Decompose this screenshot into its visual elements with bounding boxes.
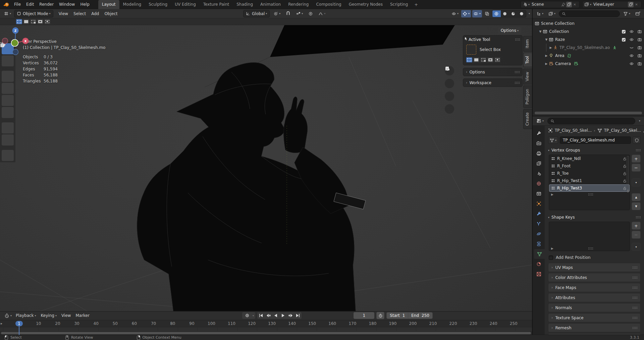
new-scene-button[interactable] bbox=[566, 2, 572, 7]
move-group-down-button[interactable]: ▼ bbox=[632, 202, 641, 210]
collapsed-panel[interactable]: › Texture Space bbox=[548, 313, 641, 322]
vertex-group-row[interactable]: R_Knee_Ndl bbox=[549, 155, 630, 162]
workspace-tab[interactable]: Layout bbox=[98, 0, 119, 9]
play-reverse-button[interactable] bbox=[272, 312, 279, 319]
tool-scale[interactable] bbox=[2, 95, 14, 106]
mesh-browse-dropdown[interactable]: ▾ bbox=[548, 136, 558, 144]
active-tool-icon[interactable] bbox=[466, 45, 476, 55]
list-expand-arrow[interactable]: ▶ bbox=[551, 247, 553, 250]
tool-measure[interactable] bbox=[2, 134, 14, 146]
outliner-row-collection[interactable]: ▼ Collection bbox=[533, 27, 644, 36]
menu-item[interactable]: Help bbox=[77, 1, 92, 8]
play-button[interactable] bbox=[279, 312, 287, 319]
auto-key-dropdown[interactable]: ▾ bbox=[253, 314, 254, 317]
vertex-group-row[interactable]: R_Hip_Twst3 bbox=[549, 184, 630, 192]
properties-search-input[interactable] bbox=[547, 118, 635, 124]
sidebar-tab[interactable]: View bbox=[523, 68, 532, 84]
camera-icon[interactable] bbox=[637, 45, 642, 50]
proportional-editing-toggle[interactable] bbox=[307, 11, 315, 17]
jump-to-end-button[interactable] bbox=[294, 312, 302, 319]
tab-view-layer[interactable] bbox=[533, 159, 545, 168]
tab-world[interactable] bbox=[533, 179, 545, 188]
properties-options-dropdown[interactable]: ▾ bbox=[637, 119, 642, 123]
mode-subtract[interactable] bbox=[480, 57, 486, 62]
workspace-tab[interactable]: Geometry Nodes bbox=[345, 0, 386, 9]
sidebar-tab[interactable]: Create bbox=[523, 109, 532, 129]
gizmo-x-neg-axis[interactable] bbox=[2, 38, 8, 44]
timeline-channel-area[interactable] bbox=[0, 327, 532, 331]
collapsed-panel[interactable]: › Remesh bbox=[548, 323, 641, 332]
properties-editor-type-button[interactable]: ▾ bbox=[535, 118, 545, 124]
pan-view-button[interactable] bbox=[445, 79, 454, 88]
viewport-menu-item[interactable]: Select bbox=[71, 10, 89, 17]
playhead[interactable] bbox=[19, 325, 19, 335]
view-menu[interactable]: View bbox=[59, 313, 73, 319]
tab-collection[interactable] bbox=[533, 189, 545, 199]
playback-menu[interactable]: Playback▾ bbox=[13, 313, 39, 319]
outliner-editor-type-button[interactable]: ▾ bbox=[535, 11, 545, 17]
end-frame-field[interactable]: End 250 bbox=[408, 313, 432, 319]
lock-open-icon[interactable] bbox=[623, 179, 627, 183]
editor-type-button[interactable]: ▾ bbox=[2, 10, 13, 17]
gizmo-z-neg-axis[interactable] bbox=[13, 49, 18, 55]
select-mode-intersect[interactable] bbox=[44, 19, 50, 24]
collapsed-panel[interactable]: › Attributes bbox=[548, 293, 641, 302]
pin-scene-button[interactable] bbox=[560, 2, 566, 7]
tab-particles[interactable] bbox=[533, 219, 545, 229]
breadcrumb-object[interactable]: TP_Clay_S0_Skel... bbox=[555, 128, 592, 133]
shading-rendered-button[interactable] bbox=[518, 10, 526, 17]
keying-menu[interactable]: Keying▾ bbox=[39, 313, 59, 319]
sidebar-tab[interactable]: Tool bbox=[523, 53, 532, 67]
show-gizmo-toggle[interactable]: ▾ bbox=[461, 10, 471, 17]
fake-user-shield-button[interactable] bbox=[633, 136, 641, 144]
collapsed-panel[interactable]: › Face Maps bbox=[548, 283, 641, 292]
select-mode-subtract[interactable] bbox=[30, 19, 36, 24]
snap-toggle[interactable] bbox=[284, 11, 292, 17]
lock-open-icon[interactable] bbox=[623, 157, 627, 161]
collapse-toggle[interactable]: ▼ bbox=[544, 38, 549, 41]
lock-open-icon[interactable] bbox=[623, 171, 627, 176]
mode-dropdown[interactable]: Object Mode▾ bbox=[14, 10, 53, 17]
xray-toggle[interactable] bbox=[483, 10, 491, 17]
add-rest-position-checkbox[interactable] bbox=[549, 256, 553, 260]
workspace-tab[interactable]: Compositing bbox=[312, 0, 345, 9]
remove-shape-key-button[interactable]: − bbox=[632, 231, 641, 239]
eye-closed-icon[interactable] bbox=[629, 45, 634, 50]
tab-scene[interactable] bbox=[533, 169, 545, 178]
remove-viewlayer-button[interactable]: ✕ bbox=[634, 2, 639, 7]
vertex-group-row[interactable]: R_Toe bbox=[549, 170, 630, 177]
start-frame-field[interactable]: Start 1 bbox=[387, 313, 408, 319]
viewport-menu-item[interactable]: Object bbox=[102, 10, 120, 17]
auto-key-button[interactable] bbox=[244, 314, 251, 318]
tab-constraints[interactable] bbox=[533, 239, 545, 249]
camera-icon[interactable] bbox=[637, 61, 642, 66]
outliner-row-raze[interactable]: ▼ Raze bbox=[533, 36, 644, 44]
show-overlays-toggle[interactable]: ▾ bbox=[472, 10, 482, 17]
lock-open-icon[interactable] bbox=[623, 164, 627, 168]
tool-add-cube[interactable] bbox=[2, 150, 14, 161]
select-mode-extend[interactable] bbox=[23, 19, 29, 24]
vertex-group-row[interactable]: R_Hip_Twst1 bbox=[549, 177, 630, 184]
object-visibility-dropdown[interactable]: ▾ bbox=[450, 10, 460, 17]
select-mode-new[interactable] bbox=[16, 19, 22, 24]
viewport-menu-item[interactable]: View bbox=[56, 10, 71, 17]
shading-solid-button[interactable] bbox=[501, 10, 509, 17]
timeline-editor-type-button[interactable]: ▾ bbox=[3, 313, 13, 319]
vertex-group-specials-button[interactable]: ▾ bbox=[632, 178, 641, 186]
timeline-scrollbar-thumb[interactable] bbox=[1, 332, 531, 334]
mode-intersect[interactable] bbox=[494, 57, 500, 62]
eye-icon[interactable] bbox=[629, 53, 634, 58]
mode-new-selection[interactable] bbox=[466, 57, 472, 62]
outliner-row-area[interactable]: ▶ Area bbox=[533, 52, 644, 60]
gizmo-y-axis[interactable] bbox=[11, 40, 18, 47]
outliner-row-skelmesh[interactable]: ▶ TP_Clay_S0_Skelmesh.ao bbox=[533, 44, 644, 52]
outliner-row-camera[interactable]: ▶ Camera bbox=[533, 60, 644, 68]
proportional-falloff-dropdown[interactable]: ▾ bbox=[317, 11, 327, 17]
mesh-name-field[interactable]: TP_Clay_S0_Skelmesh.md bbox=[560, 136, 631, 144]
transform-orientation-dropdown[interactable]: Global▾ bbox=[243, 10, 270, 17]
collapsed-panel[interactable]: › Color Attributes bbox=[548, 273, 641, 282]
shading-material-button[interactable] bbox=[509, 10, 518, 17]
preview-range-clock-button[interactable] bbox=[376, 312, 384, 319]
sidebar-options-panel[interactable]: ›Options bbox=[463, 68, 523, 76]
shading-wireframe-button[interactable] bbox=[492, 10, 501, 17]
